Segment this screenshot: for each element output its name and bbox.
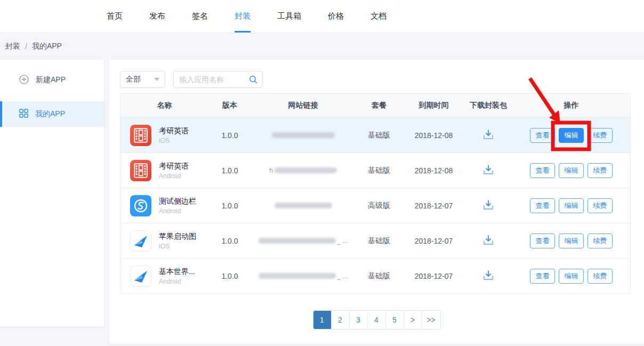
download-icon[interactable] bbox=[482, 234, 495, 246]
sidebar: 新建APP我的APP bbox=[0, 60, 104, 326]
table-header-row: 名称版本网站链接套餐到期时间下载封装包操作 bbox=[120, 94, 630, 117]
app-name: 考研英语 bbox=[159, 126, 189, 135]
app-platform: iOS bbox=[159, 243, 196, 250]
table-row: 测试侧边栏Android1.0.0高级版2018-12-07查看编辑续费 bbox=[120, 188, 630, 223]
table-header-cell: 操作 bbox=[512, 101, 630, 110]
grid-icon bbox=[19, 109, 28, 119]
download-icon[interactable] bbox=[482, 163, 495, 176]
last-page-button[interactable]: >> bbox=[422, 311, 440, 329]
table-header-cell: 网站链接 bbox=[251, 101, 355, 110]
app-name: 基本世界... bbox=[159, 267, 195, 276]
film-red-app-icon bbox=[130, 125, 151, 146]
plus-circle-icon bbox=[19, 75, 29, 86]
view-button[interactable]: 查看 bbox=[530, 269, 555, 284]
page-button[interactable]: 5 bbox=[386, 311, 404, 329]
website-url-cell bbox=[251, 132, 355, 138]
table-header-cell: 套餐 bbox=[355, 101, 403, 110]
actions-cell: 查看编辑续费 bbox=[512, 128, 630, 143]
current-page-button[interactable]: 1 bbox=[313, 311, 332, 329]
masked-url bbox=[259, 238, 336, 244]
plan-badge: 高级版 bbox=[355, 201, 403, 211]
masked-url bbox=[272, 132, 335, 138]
website-url-cell bbox=[251, 203, 355, 208]
bird-blue-app-icon bbox=[130, 230, 151, 252]
expiry-date: 2018-12-08 bbox=[403, 166, 464, 175]
page-button[interactable]: 4 bbox=[368, 311, 386, 329]
actions-cell: 查看编辑续费 bbox=[512, 163, 630, 178]
app-name-cell: 苹果启动图iOS bbox=[120, 230, 208, 252]
sidebar-item[interactable]: 我的APP bbox=[0, 101, 104, 127]
download-icon[interactable] bbox=[482, 269, 495, 281]
renew-button[interactable]: 续费 bbox=[587, 128, 613, 143]
chevron-down-icon bbox=[154, 78, 159, 81]
nav-item[interactable]: 签名 bbox=[192, 0, 208, 33]
expiry-date: 2018-12-07 bbox=[403, 272, 464, 280]
expiry-date: 2018-12-08 bbox=[403, 131, 464, 140]
edit-button[interactable]: 编辑 bbox=[559, 128, 584, 143]
category-select[interactable]: 全部 bbox=[120, 71, 165, 88]
table-row: 基本世界...Android1.0.0_ ...基础版2018-12-07查看编… bbox=[120, 258, 630, 293]
table-header-cell: 版本 bbox=[208, 101, 251, 110]
app-name-cell: 考研英语iOS bbox=[120, 125, 208, 146]
search-icon[interactable] bbox=[248, 75, 258, 86]
main-nav: 首页发布签名封装工具箱价格文档 bbox=[107, 0, 387, 33]
sidebar-item[interactable]: 新建APP bbox=[0, 67, 104, 93]
view-button[interactable]: 查看 bbox=[530, 128, 555, 143]
app-platform: Android bbox=[159, 278, 195, 285]
s-blue-app-icon bbox=[130, 195, 151, 216]
search-box bbox=[173, 71, 263, 88]
website-url-cell: _ ... bbox=[251, 272, 355, 280]
table-header-cell: 名称 bbox=[120, 101, 208, 110]
edit-button[interactable]: 编辑 bbox=[559, 163, 584, 178]
apps-table: 名称版本网站链接套餐到期时间下载封装包操作考研英语iOS1.0.0基础版2018… bbox=[120, 93, 631, 294]
nav-item[interactable]: 工具箱 bbox=[277, 0, 301, 33]
app-version: 1.0.0 bbox=[208, 166, 251, 175]
table-header-cell: 到期时间 bbox=[403, 101, 464, 110]
url-fragment: _ ... bbox=[337, 237, 348, 245]
breadcrumb: 封装 / 我的APP bbox=[0, 33, 644, 60]
page-button[interactable]: 3 bbox=[350, 311, 368, 329]
download-icon[interactable] bbox=[482, 128, 495, 141]
plan-badge: 基础版 bbox=[355, 166, 403, 175]
renew-button[interactable]: 续费 bbox=[587, 198, 613, 213]
download-icon[interactable] bbox=[482, 198, 495, 211]
app-name-cell: 测试侧边栏Android bbox=[120, 195, 208, 216]
actions-cell: 查看编辑续费 bbox=[512, 269, 630, 284]
actions-cell: 查看编辑续费 bbox=[512, 234, 630, 248]
view-button[interactable]: 查看 bbox=[530, 163, 555, 178]
app-version: 1.0.0 bbox=[208, 202, 251, 210]
edit-button[interactable]: 编辑 bbox=[559, 198, 584, 213]
renew-button[interactable]: 续费 bbox=[587, 269, 613, 284]
next-page-button[interactable]: > bbox=[404, 311, 422, 329]
app-name: 考研英语 bbox=[159, 162, 189, 171]
edit-button[interactable]: 编辑 bbox=[559, 234, 584, 248]
renew-button[interactable]: 续费 bbox=[587, 163, 613, 178]
plan-badge: 基础版 bbox=[355, 271, 403, 281]
table-row: 苹果启动图iOS1.0.0_ ...基础版2018-12-07查看编辑续费 bbox=[120, 223, 630, 258]
masked-url bbox=[275, 203, 332, 208]
nav-item[interactable]: 首页 bbox=[107, 0, 123, 33]
nav-item[interactable]: 封装 bbox=[235, 0, 251, 33]
expiry-date: 2018-12-07 bbox=[403, 237, 464, 245]
pagination: 12345>>> bbox=[313, 310, 441, 329]
edit-button[interactable]: 编辑 bbox=[559, 269, 584, 284]
table-header-cell: 下载封装包 bbox=[464, 101, 512, 110]
page-button[interactable]: 2 bbox=[332, 311, 350, 329]
app-platform: Android bbox=[159, 207, 196, 215]
app-platform: iOS bbox=[159, 137, 189, 144]
website-url-cell: _ ... bbox=[251, 237, 355, 245]
app-name: 测试侧边栏 bbox=[159, 197, 196, 206]
nav-item[interactable]: 文档 bbox=[371, 0, 387, 33]
masked-url bbox=[259, 273, 336, 279]
toolbar: 全部 bbox=[109, 60, 644, 88]
table-row: 考研英语Android1.0.0h基础版2018-12-08查看编辑续费 bbox=[120, 152, 630, 188]
top-nav-bar: 首页发布签名封装工具箱价格文档 bbox=[0, 0, 644, 33]
app-name-cell: 基本世界...Android bbox=[120, 265, 208, 287]
url-fragment: _ ... bbox=[337, 272, 348, 280]
view-button[interactable]: 查看 bbox=[530, 198, 555, 213]
renew-button[interactable]: 续费 bbox=[587, 234, 613, 248]
breadcrumb-root[interactable]: 封装 bbox=[5, 42, 20, 51]
nav-item[interactable]: 发布 bbox=[149, 0, 165, 33]
view-button[interactable]: 查看 bbox=[530, 234, 555, 248]
nav-item[interactable]: 价格 bbox=[328, 0, 344, 33]
